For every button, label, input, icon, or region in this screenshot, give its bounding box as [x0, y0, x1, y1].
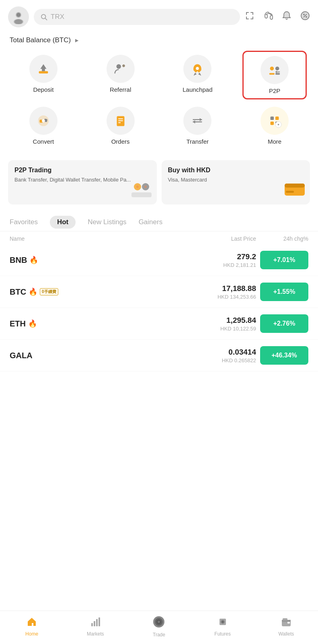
- promo-hkd-image: [283, 180, 307, 201]
- transfer-label: Transfer: [187, 138, 209, 145]
- svg-point-25: [270, 66, 274, 70]
- gala-change-btn[interactable]: +46.34%: [260, 346, 308, 365]
- svg-rect-11: [246, 17, 247, 19]
- svg-rect-71: [287, 622, 290, 623]
- tag-icon[interactable]: [300, 11, 310, 23]
- tab-new-listings[interactable]: New Listings: [88, 216, 126, 229]
- tab-gainers[interactable]: Gainers: [139, 216, 163, 229]
- market-tabs: Favorites Hot New Listings Gainers: [0, 212, 318, 231]
- bnb-change-btn[interactable]: +7.01%: [260, 251, 308, 269]
- promo-section: P2P Trading Bank Transfer, Digital Walle…: [0, 156, 318, 212]
- table-row[interactable]: GALA 0.03414 HKD 0.265822 +46.34%: [0, 340, 318, 372]
- nav-wallets-label: Wallets: [278, 631, 294, 637]
- svg-rect-7: [246, 12, 247, 15]
- nav-trade-label: Trade: [153, 632, 165, 638]
- svg-rect-58: [91, 623, 93, 626]
- svg-rect-9: [252, 12, 253, 15]
- promo-hkd-title: Buy with HKD: [168, 167, 304, 174]
- table-row[interactable]: BTC 🔥 0手續費 17,188.88 HKD 134,253.66 +1.5…: [0, 276, 318, 308]
- avatar[interactable]: [8, 6, 29, 27]
- bell-icon[interactable]: [282, 11, 291, 23]
- svg-rect-35: [117, 116, 124, 126]
- svg-rect-28: [276, 71, 277, 73]
- btc-price: 17,188.88: [133, 284, 256, 293]
- eth-name: ETH: [10, 319, 26, 328]
- transfer-icon: [190, 113, 205, 128]
- trade-icon: [153, 616, 165, 630]
- gala-price: 0.03414: [133, 348, 256, 357]
- btc-hot-icon: 🔥: [29, 287, 37, 296]
- eth-change-col: +2.76%: [256, 314, 308, 333]
- action-more[interactable]: More: [242, 103, 307, 149]
- orders-icon: [113, 113, 128, 128]
- nav-home[interactable]: Home: [16, 617, 48, 637]
- svg-point-17: [306, 16, 307, 18]
- svg-line-5: [45, 18, 47, 20]
- table-row[interactable]: ETH 🔥 1,295.84 HKD 10,122.59 +2.76%: [0, 308, 318, 340]
- nav-markets[interactable]: Markets: [79, 617, 111, 637]
- btc-change-btn[interactable]: +1.55%: [260, 283, 308, 301]
- svg-point-52: [136, 186, 139, 188]
- actions-row-1: Deposit Referral: [5, 51, 313, 99]
- svg-rect-18: [39, 71, 48, 74]
- balance-row[interactable]: Total Balance (BTC) ►: [0, 31, 318, 51]
- svg-rect-57: [286, 191, 294, 193]
- convert-icon-wrap: [29, 107, 57, 135]
- bnb-hot-icon: 🔥: [29, 256, 38, 264]
- headset-icon[interactable]: [263, 11, 273, 23]
- svg-point-15: [303, 14, 305, 15]
- btc-hkd: HKD 134,253.66: [133, 294, 256, 300]
- svg-point-53: [144, 186, 147, 188]
- btc-change-col: +1.55%: [256, 283, 308, 301]
- bnb-price: 279.2: [133, 252, 256, 261]
- btc-name: BTC: [10, 287, 26, 297]
- convert-icon: [36, 113, 51, 128]
- bottom-nav: Home Markets Trade: [0, 611, 318, 644]
- svg-rect-59: [94, 621, 95, 626]
- balance-arrow-icon: ►: [74, 37, 80, 43]
- transfer-icon-wrap: [183, 107, 211, 135]
- quick-actions: Deposit Referral: [0, 51, 318, 156]
- search-bar[interactable]: TRX: [34, 9, 240, 25]
- orders-label: Orders: [111, 138, 130, 145]
- search-icon: [40, 13, 47, 21]
- coin-gala: GALA: [10, 351, 133, 360]
- deposit-icon-wrap: [29, 55, 57, 83]
- eth-hkd: HKD 10,122.59: [133, 326, 256, 332]
- svg-point-3: [14, 19, 23, 24]
- futures-icon: [217, 617, 228, 630]
- p2p-icon: [267, 62, 282, 78]
- nav-wallets[interactable]: Wallets: [270, 617, 302, 637]
- p2p-label: P2P: [269, 87, 280, 94]
- svg-point-2: [16, 13, 21, 17]
- action-orders[interactable]: Orders: [88, 103, 153, 149]
- action-deposit[interactable]: Deposit: [11, 51, 76, 99]
- bnb-hkd: HKD 2,181.21: [133, 262, 256, 268]
- wallets-icon: [281, 617, 291, 630]
- more-label: More: [268, 138, 281, 145]
- launchpad-icon: [190, 61, 205, 76]
- promo-p2p[interactable]: P2P Trading Bank Transfer, Digital Walle…: [8, 160, 157, 204]
- tab-favorites[interactable]: Favorites: [10, 216, 38, 229]
- eth-change-btn[interactable]: +2.76%: [260, 314, 308, 333]
- gala-hkd: HKD 0.265822: [133, 357, 256, 363]
- nav-futures[interactable]: Futures: [207, 617, 239, 637]
- action-launchpad[interactable]: Launchpad: [165, 51, 230, 99]
- action-transfer[interactable]: Transfer: [165, 103, 230, 149]
- promo-hkd[interactable]: Buy with HKD Visa, Mastercard: [162, 160, 310, 204]
- svg-rect-54: [131, 192, 152, 197]
- nav-futures-label: Futures: [214, 631, 231, 637]
- markets-icon: [90, 617, 101, 630]
- svg-rect-43: [271, 117, 274, 120]
- action-convert[interactable]: Convert: [11, 103, 76, 149]
- action-referral[interactable]: Referral: [88, 51, 153, 99]
- nav-trade[interactable]: Trade: [143, 616, 175, 638]
- svg-rect-72: [283, 618, 287, 620]
- tab-hot[interactable]: Hot: [50, 216, 76, 229]
- fullscreen-icon[interactable]: [245, 11, 254, 23]
- action-p2p[interactable]: P2P: [242, 51, 307, 99]
- home-icon: [27, 617, 37, 630]
- referral-label: Referral: [110, 86, 131, 93]
- table-row[interactable]: BNB 🔥 279.2 HKD 2,181.21 +7.01%: [0, 244, 318, 276]
- th-price: Last Price: [133, 235, 256, 242]
